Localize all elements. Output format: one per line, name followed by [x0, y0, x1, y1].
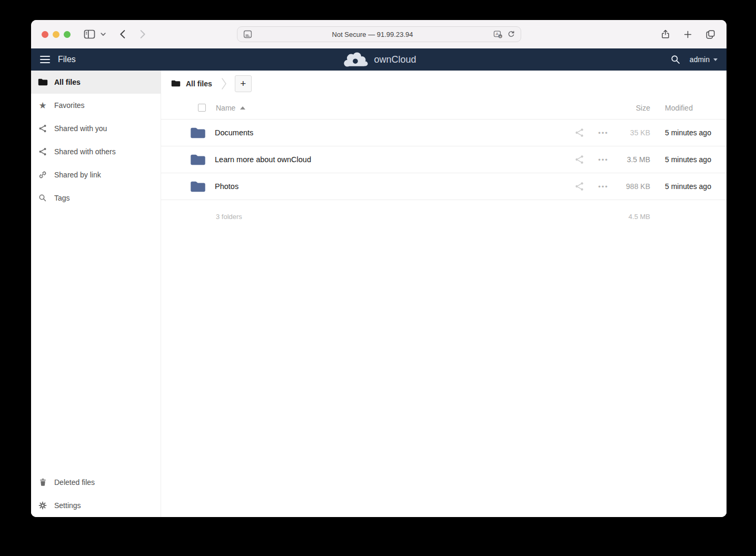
sidebar-item-shared-by-link[interactable]: Shared by link	[31, 163, 161, 186]
sidebar-item-deleted-files[interactable]: Deleted files	[31, 471, 161, 494]
file-name: Documents	[215, 128, 574, 137]
share-icon	[37, 146, 48, 157]
column-header-modified[interactable]: Modified	[665, 104, 709, 112]
file-row[interactable]: Documents ••• 35 KB 5 minutes ago	[161, 120, 727, 146]
app-header: Files	[31, 48, 727, 71]
svg-text:a: a	[499, 34, 501, 38]
files-content: All files + Name Size Modified	[161, 71, 727, 517]
total-size: 4.5 MB	[610, 213, 650, 221]
file-row[interactable]: Learn more about ownCloud ••• 3.5 MB 5 m…	[161, 146, 727, 173]
more-actions-icon[interactable]: •••	[597, 129, 610, 137]
share-icon[interactable]	[574, 181, 586, 192]
file-size: 988 KB	[610, 182, 650, 191]
sidebar-item-label: Shared with you	[54, 124, 107, 133]
breadcrumb: All files +	[161, 71, 727, 96]
more-actions-icon[interactable]: •••	[597, 156, 610, 164]
link-icon	[37, 170, 48, 180]
page-format-icon[interactable]	[243, 29, 253, 39]
file-size: 3.5 MB	[610, 155, 650, 164]
app-title: Files	[58, 55, 76, 64]
new-tab-icon[interactable]	[683, 29, 693, 39]
sort-ascending-icon[interactable]	[240, 106, 245, 110]
window-zoom-button[interactable]	[64, 31, 71, 38]
address-bar[interactable]: Not Secure — 91.99.23.94 A a	[237, 26, 521, 42]
sidebar-item-shared-with-others[interactable]: Shared with others	[31, 140, 161, 163]
window-minimize-button[interactable]	[53, 31, 59, 38]
cloud-logo-icon	[341, 51, 369, 68]
file-row[interactable]: Photos ••• 988 KB 5 minutes ago	[161, 173, 727, 200]
file-name: Learn more about ownCloud	[215, 155, 574, 164]
tag-search-icon	[37, 193, 48, 203]
sidebar-item-all-files[interactable]: All files	[31, 71, 161, 94]
browser-window: Not Secure — 91.99.23.94 A a	[31, 20, 727, 517]
sidebar: All files ★ Favorites Shared with you	[31, 71, 161, 517]
file-table-header: Name Size Modified	[161, 96, 727, 120]
sidebar-item-label: Tags	[54, 194, 70, 202]
sidebar-item-shared-with-you[interactable]: Shared with you	[31, 117, 161, 140]
forward-button[interactable]	[136, 28, 148, 40]
header-right: admin	[670, 54, 718, 65]
new-file-button[interactable]: +	[235, 75, 252, 92]
column-header-size[interactable]: Size	[610, 104, 650, 112]
folder-count: 3 folders	[216, 213, 242, 221]
sidebar-item-label: All files	[54, 78, 81, 86]
file-modified: 5 minutes ago	[665, 155, 709, 164]
folder-icon	[190, 153, 206, 166]
sidebar-item-label: Favorites	[54, 101, 85, 110]
browser-toolbar-right	[660, 28, 716, 40]
folder-icon	[190, 126, 206, 140]
breadcrumb-chevron-icon	[221, 77, 227, 91]
sidebar-item-label: Settings	[54, 501, 81, 510]
file-modified: 5 minutes ago	[665, 182, 709, 191]
owncloud-logo[interactable]: ownCloud	[341, 48, 416, 71]
main-area: All files ★ Favorites Shared with you	[31, 71, 727, 517]
sidebar-top: All files ★ Favorites Shared with you	[31, 71, 161, 210]
breadcrumb-root[interactable]: All files	[186, 80, 212, 88]
sidebar-bottom: Deleted files	[31, 471, 161, 517]
plus-icon: +	[240, 78, 246, 90]
share-icon[interactable]	[574, 154, 586, 165]
svg-text:A: A	[495, 32, 499, 36]
brand-name: ownCloud	[374, 54, 416, 65]
file-name: Photos	[215, 182, 574, 191]
more-actions-icon[interactable]: •••	[597, 183, 610, 191]
sidebar-item-label: Shared with others	[54, 147, 116, 156]
select-all-checkbox[interactable]	[198, 104, 206, 112]
search-icon[interactable]	[670, 54, 681, 65]
browser-toolbar: Not Secure — 91.99.23.94 A a	[31, 20, 727, 48]
username: admin	[690, 55, 710, 64]
chevron-down-icon[interactable]	[100, 31, 107, 38]
share-icon[interactable]	[574, 127, 586, 138]
traffic-lights	[42, 31, 71, 38]
sidebar-item-favorites[interactable]: ★ Favorites	[31, 94, 161, 117]
trash-icon	[37, 477, 48, 488]
sidebar-item-settings[interactable]: Settings	[31, 494, 161, 517]
folder-icon	[190, 180, 206, 193]
star-icon: ★	[37, 100, 48, 111]
sidebar-item-tags[interactable]: Tags	[31, 186, 161, 210]
summary-row: 3 folders 4.5 MB	[161, 200, 727, 233]
browser-nav-icons	[83, 28, 148, 40]
folder-icon	[37, 77, 48, 87]
gear-icon	[37, 500, 48, 511]
user-menu[interactable]: admin	[690, 55, 718, 64]
desktop-background: Not Secure — 91.99.23.94 A a	[0, 0, 756, 556]
file-size: 35 KB	[610, 128, 650, 137]
sidebar-item-label: Shared by link	[54, 171, 101, 179]
translate-icon[interactable]: A a	[493, 29, 503, 39]
address-text: Not Secure — 91.99.23.94	[253, 31, 493, 38]
app-menu-icon[interactable]	[40, 56, 50, 64]
file-modified: 5 minutes ago	[665, 128, 709, 137]
sidebar-toggle-icon[interactable]	[83, 28, 96, 40]
column-header-name[interactable]: Name	[216, 104, 235, 112]
share-page-icon[interactable]	[660, 28, 671, 40]
window-close-button[interactable]	[42, 31, 48, 38]
caret-down-icon	[713, 58, 718, 61]
sidebar-item-label: Deleted files	[54, 478, 95, 486]
back-button[interactable]	[117, 28, 129, 40]
tab-overview-icon[interactable]	[705, 29, 716, 40]
share-icon	[37, 123, 48, 134]
reload-icon[interactable]	[507, 30, 515, 38]
home-folder-icon[interactable]	[171, 80, 181, 87]
